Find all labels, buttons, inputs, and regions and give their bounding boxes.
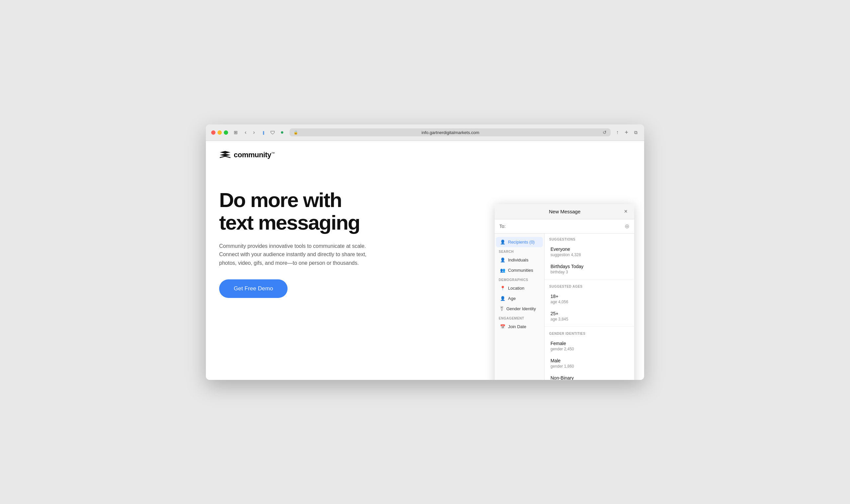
location-item[interactable]: 📍 Location: [496, 283, 543, 293]
divider-1: [544, 279, 634, 280]
message-panel: New Message × To: ⊕ 👤 Recipients (0) SEA…: [495, 204, 634, 380]
suggestion-birthdays-name: Birthdays Today: [551, 264, 628, 269]
hero-subtext: Community provides innovative tools to c…: [219, 242, 385, 267]
panel-to-row: To: ⊕: [495, 219, 634, 234]
minimize-button[interactable]: [218, 130, 222, 135]
suggestion-18plus[interactable]: 18+ age 4,056: [546, 290, 633, 308]
suggestion-nonbinary-name: Non-Binary: [551, 375, 628, 380]
suggestion-everyone-name: Everyone: [551, 247, 628, 252]
cta-button[interactable]: Get Free Demo: [219, 280, 288, 298]
panel-close-button[interactable]: ×: [623, 208, 629, 215]
suggestion-18plus-name: 18+: [551, 294, 628, 299]
hero-section: Do more with text messaging Community pr…: [206, 169, 432, 318]
age-icon: 👤: [500, 296, 505, 301]
engagement-section-label: ENGAGEMENT: [495, 314, 544, 322]
location-icon: 📍: [500, 286, 505, 291]
suggestion-25plus-sub: age 3,845: [551, 317, 628, 322]
close-button[interactable]: [211, 130, 215, 135]
gender-identity-icon: ⚧: [500, 306, 504, 311]
panel-right-content: SUGGESTIONS Everyone suggestion 4,328 Bi…: [544, 234, 634, 380]
panel-left-sidebar: 👤 Recipients (0) SEARCH 👤 Individuals 👥 …: [495, 234, 544, 380]
gender-identity-item[interactable]: ⚧ Gender Identity: [496, 304, 543, 314]
suggestion-male-sub: gender 1,860: [551, 364, 628, 368]
recipients-icon: 👤: [500, 239, 505, 245]
join-date-item[interactable]: 📅 Join Date: [496, 322, 543, 332]
site-header: community™: [206, 141, 644, 169]
back-button[interactable]: ‹: [243, 129, 248, 136]
demographics-section-label: DEMOGRAPHICS: [495, 275, 544, 283]
share-button[interactable]: ↑: [614, 129, 620, 136]
recipients-label: Recipients (0): [508, 239, 535, 245]
suggestion-female-sub: gender 2,450: [551, 347, 628, 352]
gender-identity-label: Gender Identity: [506, 306, 536, 311]
panel-title: New Message: [507, 209, 623, 214]
hero-headline: Do more with text messaging: [219, 189, 418, 234]
suggestion-male-name: Male: [551, 358, 628, 363]
gender-identities-label: GENDER IDENTITIES: [544, 328, 634, 338]
to-input[interactable]: [508, 223, 622, 229]
browser-extensions: ⫿ 🛡 ●: [260, 129, 285, 136]
age-label: Age: [508, 296, 516, 301]
page-content: community™ Do more with text messaging C…: [206, 141, 644, 380]
browser-chrome: ⊞ ‹ › ⫿ 🛡 ● 🔒 info.gartnerdigitalmarkets…: [206, 124, 644, 141]
individuals-item[interactable]: 👤 Individuals: [496, 255, 543, 265]
maximize-button[interactable]: [224, 130, 228, 135]
suggestions-section-label: SUGGESTIONS: [544, 234, 634, 243]
to-label: To:: [499, 223, 506, 229]
lock-icon: 🔒: [294, 130, 298, 135]
panel-body: 👤 Recipients (0) SEARCH 👤 Individuals 👥 …: [495, 234, 634, 380]
address-bar[interactable]: 🔒 info.gartnerdigitalmarkets.com ↺: [290, 128, 611, 137]
divider-2: [544, 326, 634, 326]
communities-item[interactable]: 👥 Communities: [496, 265, 543, 275]
suggestion-everyone[interactable]: Everyone suggestion 4,328: [546, 243, 633, 260]
suggestion-female-name: Female: [551, 341, 628, 346]
new-tab-button[interactable]: +: [623, 128, 629, 137]
copy-tabs-button[interactable]: ⧉: [633, 129, 639, 136]
suggestion-female[interactable]: Female gender 2,450: [546, 338, 633, 355]
browser-window: ⊞ ‹ › ⫿ 🛡 ● 🔒 info.gartnerdigitalmarkets…: [206, 124, 644, 380]
suggestion-everyone-sub: suggestion 4,328: [551, 252, 628, 257]
join-date-icon: 📅: [500, 324, 505, 329]
communities-label: Communities: [508, 268, 533, 273]
suggestion-birthdays-today[interactable]: Birthdays Today birthday 3: [546, 260, 633, 278]
age-item[interactable]: 👤 Age: [496, 293, 543, 304]
extension-3-icon[interactable]: ●: [279, 129, 285, 136]
recipients-item[interactable]: 👤 Recipients (0): [496, 237, 543, 247]
forward-button[interactable]: ›: [252, 129, 256, 136]
extension-1-icon[interactable]: ⫿: [260, 129, 267, 136]
logo-text: community™: [234, 151, 275, 159]
individuals-label: Individuals: [508, 257, 528, 263]
search-section-label: SEARCH: [495, 247, 544, 255]
suggestion-18plus-sub: age 4,056: [551, 300, 628, 304]
sidebar-toggle-button[interactable]: ⊞: [232, 129, 239, 136]
location-label: Location: [508, 286, 524, 291]
panel-header: New Message ×: [495, 204, 634, 219]
suggestion-25plus[interactable]: 25+ age 3,845: [546, 308, 633, 325]
logo-icon: [219, 150, 231, 160]
extension-2-icon[interactable]: 🛡: [270, 129, 276, 136]
individuals-icon: 👤: [500, 257, 505, 263]
suggestion-male[interactable]: Male gender 1,860: [546, 355, 633, 372]
browser-right-buttons: ↑ + ⧉: [614, 128, 639, 137]
url-text: info.gartnerdigitalmarkets.com: [300, 130, 601, 135]
communities-icon: 👥: [500, 268, 505, 273]
suggestion-nonbinary[interactable]: Non-Binary gender 18: [546, 372, 633, 380]
suggestion-25plus-name: 25+: [551, 311, 628, 316]
traffic-lights: [211, 130, 228, 135]
suggested-ages-label: SUGGESTED AGES: [544, 281, 634, 290]
suggestion-birthdays-sub: birthday 3: [551, 270, 628, 274]
site-logo: community™: [219, 150, 631, 160]
add-recipient-button[interactable]: ⊕: [625, 223, 629, 230]
refresh-icon[interactable]: ↺: [603, 130, 607, 135]
join-date-label: Join Date: [508, 324, 526, 329]
